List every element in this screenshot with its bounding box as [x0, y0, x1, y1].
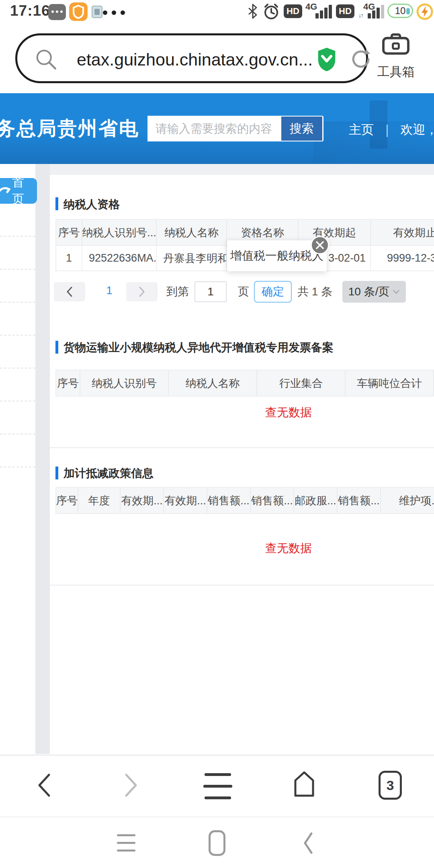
alarm-icon [262, 2, 280, 21]
toolbox-label[interactable]: 工具箱 [372, 63, 420, 80]
page-content: 首页 纳税人资格 序号 纳税人识别号... 纳税人名称 资格名称 有效期起 有效… [0, 164, 434, 754]
site-search-input[interactable] [147, 116, 280, 141]
sidebar-item-home[interactable]: 首页 [0, 178, 37, 204]
sidebar-item[interactable] [0, 303, 35, 336]
confirm-button[interactable]: 确定 [254, 281, 292, 303]
refresh-icon[interactable] [349, 47, 373, 71]
hd-voice-icon-2: HD [336, 4, 354, 18]
sidebar-item[interactable] [0, 401, 35, 434]
banner-links: 主页 ｜ 欢迎，丹 [349, 121, 434, 138]
clock: 17:16 [10, 2, 50, 19]
security-app-icon [69, 2, 88, 21]
sidebar-home-label: 首页 [12, 174, 37, 207]
column-header: 年度 [78, 487, 121, 513]
home-link[interactable]: 主页 [349, 121, 374, 138]
section1-title: 纳税人资格 [63, 197, 120, 212]
app-notification-icon [92, 6, 102, 18]
toolbox-icon[interactable] [381, 31, 411, 56]
charging-icon [416, 3, 433, 20]
phone-screen: 17:16 HD 4G HD 4G ↓↑ 10 [0, 0, 434, 868]
column-header: 有效期止 [371, 219, 434, 245]
column-header: 序号 [55, 219, 82, 245]
section3-title: 加计抵减政策信息 [63, 466, 154, 481]
column-header: 维护项... [381, 487, 434, 513]
freight-transport-header-row: 序号 纳税人识别号 纳税人名称 行业集合 车辆吨位合计 [55, 370, 434, 397]
section-divider [50, 585, 434, 585]
cell-taxpayer-name: 丹寨县李明和... [157, 246, 227, 271]
column-header: 销售额... [251, 487, 294, 513]
more-notifications-icon [103, 10, 125, 15]
browser-menu-button[interactable] [203, 773, 232, 799]
sidebar-item[interactable] [0, 270, 35, 303]
sidebar-menu [0, 204, 35, 467]
browser-back-button[interactable] [32, 772, 57, 799]
site-search-box: 搜索 [147, 116, 323, 141]
deduction-policy-header-row: 序号 年度 有效期... 有效期... 销售额... 销售额... 邮政服...… [55, 487, 434, 514]
column-header: 销售额... [207, 487, 251, 513]
signal-strength-icon-sim2: 4G ↓↑ [358, 2, 384, 19]
cell-taxpayer-id: 92522636MA... [82, 246, 157, 271]
column-header: 有效期... [164, 487, 207, 513]
page-number-input[interactable] [194, 281, 227, 302]
column-header: 序号 [55, 370, 80, 396]
security-shield-icon[interactable] [315, 47, 338, 72]
sidebar-gutter [35, 164, 50, 754]
next-page-button[interactable] [126, 282, 158, 301]
column-header: 纳税人识别号 [80, 370, 169, 396]
sidebar-item[interactable] [0, 368, 35, 401]
browser-navigation-bar: 3 [0, 755, 434, 817]
search-icon [34, 47, 59, 72]
home-arrow-icon [0, 185, 10, 197]
chevron-right-icon [137, 286, 147, 298]
battery-indicator: 10 [387, 4, 413, 18]
site-title: 务总局贵州省电 [0, 116, 139, 141]
system-home-button[interactable] [209, 830, 225, 856]
address-bar[interactable]: etax.guizhou.chinatax.gov.cn... [15, 33, 368, 83]
page-unit-label: 页 [238, 284, 249, 299]
current-page[interactable]: 1 [98, 284, 121, 297]
total-count-label: 共 1 条 [297, 284, 332, 299]
section-accent [55, 467, 58, 479]
url-text[interactable]: etax.guizhou.chinatax.gov.cn... [77, 50, 302, 70]
column-header: 车辆吨位合计 [346, 370, 434, 396]
welcome-text: 欢迎，丹 [400, 121, 434, 138]
tooltip-close-button[interactable] [311, 236, 329, 254]
site-banner: 务总局贵州省电 搜索 主页 ｜ 欢迎，丹 [0, 93, 434, 164]
message-notification-icon [48, 4, 66, 20]
sidebar-item[interactable] [0, 336, 35, 368]
hd-voice-icon: HD [284, 4, 302, 18]
system-navigation-bar [0, 817, 434, 868]
section-divider [50, 447, 434, 448]
browser-address-row: etax.guizhou.chinatax.gov.cn... 工具箱 [0, 22, 434, 93]
section-accent [55, 197, 58, 210]
column-header: 纳税人识别号... [82, 219, 157, 245]
site-search-button[interactable]: 搜索 [281, 117, 322, 141]
section2-title: 货物运输业小规模纳税人异地代开增值税专用发票备案 [63, 340, 334, 355]
browser-forward-button[interactable] [118, 772, 143, 799]
column-header: 销售额... [338, 487, 381, 513]
sidebar-item[interactable] [0, 434, 35, 467]
column-header: 纳税人名称 [169, 370, 257, 396]
browser-home-button[interactable] [291, 770, 317, 799]
main-panel: 纳税人资格 序号 纳税人识别号... 纳税人名称 资格名称 有效期起 有效期止 … [50, 175, 434, 754]
column-header: 有效期... [121, 487, 164, 513]
system-recents-button[interactable] [117, 834, 135, 852]
column-header: 纳税人名称 [157, 219, 227, 245]
page-size-select[interactable]: 10 条/页 [342, 281, 406, 303]
tab-count: 3 [387, 778, 394, 793]
column-header: 邮政服... [294, 487, 338, 513]
browser-tabs-button[interactable]: 3 [379, 771, 402, 800]
system-back-button[interactable] [299, 831, 317, 855]
column-header: 序号 [55, 487, 78, 513]
column-header: 行业集合 [257, 370, 346, 396]
no-data-message: 查无数据 [55, 401, 434, 425]
page-size-value: 10 条/页 [348, 284, 390, 299]
chevron-down-icon [393, 289, 400, 294]
bluetooth-icon [248, 3, 258, 19]
chevron-left-icon [64, 286, 75, 298]
prev-page-button[interactable] [54, 282, 85, 301]
sidebar-item[interactable] [0, 237, 35, 270]
cell-valid-to: 9999-12-31 [371, 246, 434, 271]
sidebar [0, 164, 35, 754]
sidebar-item[interactable] [0, 204, 35, 237]
